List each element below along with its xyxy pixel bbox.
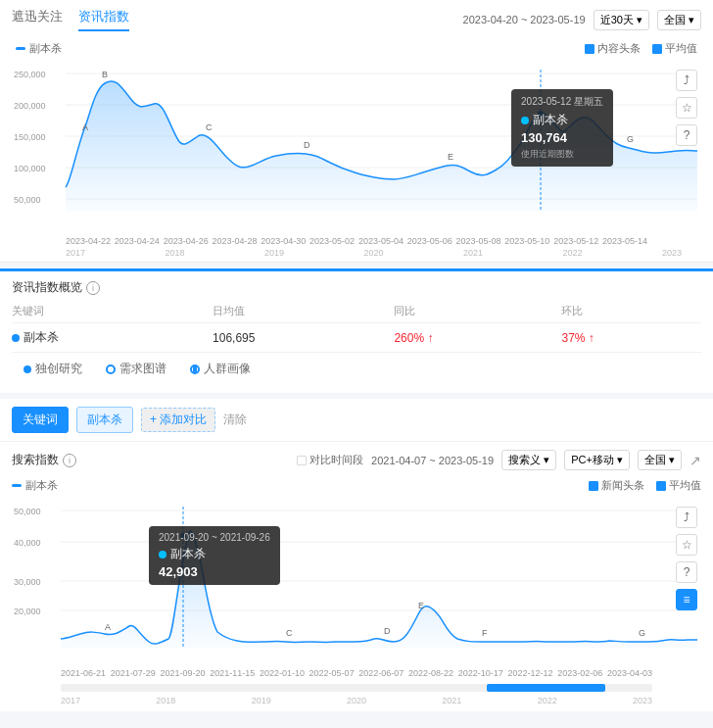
timeline-bar[interactable]: [61, 684, 652, 692]
sub-tabs: 独创研究 需求图谱 人群画像: [12, 352, 701, 385]
legend-dot: [16, 47, 25, 50]
info-icon-2[interactable]: ?: [676, 561, 697, 583]
stats-table: 关键词 日均值 同比 环比 副本杀 106,695 260% ↑ 37% ↑: [12, 304, 701, 352]
sub-tab-dot-1: [24, 365, 31, 373]
stat-keyword: 副本杀: [12, 323, 213, 353]
tab-news-index[interactable]: 资讯指数: [78, 8, 129, 31]
stats-title: 资讯指数概览 i: [12, 279, 701, 296]
cb-box-content: [585, 44, 594, 54]
legend-item-1: 副本杀: [16, 41, 62, 56]
content-checkbox[interactable]: 内容头条: [585, 41, 641, 56]
svg-text:D: D: [384, 626, 391, 636]
timeline-highlight: [487, 684, 605, 692]
star-icon-2[interactable]: ☆: [676, 534, 697, 556]
region-button[interactable]: 全国 ▾: [657, 10, 701, 30]
tabs-row: 遮迅关注 资讯指数 2023-04-20 ~ 2023-05-19 近30天 ▾…: [12, 8, 701, 31]
svg-text:50,000: 50,000: [14, 507, 41, 516]
tabs: 遮迅关注 资讯指数: [12, 8, 129, 31]
compare-toggle[interactable]: 对比时间段: [297, 453, 363, 467]
sub-tab-dot-3: [190, 364, 200, 374]
search-chart-section: 搜索指数 i 对比时间段 2021-04-07 ~ 2023-05-19 搜索义…: [0, 442, 713, 711]
keyword-button[interactable]: 关键词: [12, 407, 69, 433]
legend-checkboxes-2: 新闻头条 平均值: [589, 478, 701, 493]
stat-dot: [12, 334, 20, 342]
sub-tab-dot-2: [106, 364, 116, 374]
platform-button[interactable]: PC+移动 ▾: [564, 450, 630, 470]
top-section: 遮迅关注 资讯指数 2023-04-20 ~ 2023-05-19 近30天 ▾…: [0, 0, 713, 263]
tab-news-attention[interactable]: 遮迅关注: [12, 8, 63, 31]
svg-text:G: G: [639, 628, 645, 638]
chart1-icons: ⤴ ☆ ?: [676, 70, 697, 146]
svg-text:200,000: 200,000: [14, 101, 46, 111]
fuziben-button[interactable]: 副本杀: [76, 407, 133, 433]
sub-tab-label-3: 人群画像: [204, 361, 251, 377]
region-button-2[interactable]: 全国 ▾: [638, 450, 682, 470]
chart-area-1: 副本杀 内容头条 平均值 250,000 200,000 150,000 100…: [12, 37, 701, 262]
date-controls: 2023-04-20 ~ 2023-05-19 近30天 ▾ 全国 ▾: [463, 10, 701, 30]
define-button[interactable]: 搜索义 ▾: [501, 450, 556, 470]
add-compare-button[interactable]: + 添加对比: [141, 408, 215, 432]
cb-box-news: [589, 481, 598, 491]
chart-wrapper-1: 250,000 200,000 150,000 100,000 50,000: [12, 60, 701, 234]
col-keyword: 关键词: [12, 304, 213, 323]
stat-yoy: 260% ↑: [394, 323, 561, 353]
legend-checkboxes: 内容头条 平均值: [585, 41, 697, 56]
news-label: 新闻头条: [601, 478, 644, 493]
svg-text:30,000: 30,000: [14, 577, 41, 587]
svg-text:G: G: [627, 134, 634, 144]
share-icon-2[interactable]: ⤴: [676, 507, 697, 528]
col-daily: 日均值: [213, 304, 394, 323]
compare-label: 对比时间段: [309, 453, 363, 467]
sub-tab-label-2: 需求图谱: [119, 361, 166, 377]
average-label: 平均值: [665, 41, 697, 56]
search-title-text: 搜索指数: [12, 452, 59, 468]
share-icon[interactable]: ⤴: [676, 70, 697, 91]
svg-point-27: [180, 533, 186, 539]
date-range-label: 2023-04-20 ~ 2023-05-19: [463, 14, 586, 25]
legend-dot-2: [12, 484, 22, 487]
search-info-icon[interactable]: i: [63, 454, 76, 467]
period-button[interactable]: 近30天 ▾: [594, 10, 649, 30]
export-icon[interactable]: ↗: [689, 453, 701, 468]
stat-daily: 106,695: [213, 323, 394, 353]
sub-tab-label-1: 独创研究: [35, 361, 82, 377]
search-title: 搜索指数 i: [12, 452, 76, 468]
chart2-icons: ⤴ ☆ ? ≡: [676, 507, 697, 610]
svg-text:250,000: 250,000: [14, 70, 46, 79]
timeline-bar-container: [12, 680, 701, 696]
compare-cb: [297, 456, 307, 465]
svg-text:F: F: [482, 628, 488, 638]
stats-info-icon[interactable]: i: [86, 281, 100, 295]
chart-svg-2: 50,000 40,000 30,000 20,000: [12, 497, 707, 663]
svg-text:E: E: [418, 601, 424, 610]
news-checkbox[interactable]: 新闻头条: [589, 478, 644, 493]
average-checkbox[interactable]: 平均值: [652, 41, 697, 56]
search-chart-header: 搜索指数 i 对比时间段 2021-04-07 ~ 2023-05-19 搜索义…: [12, 450, 701, 470]
svg-text:50,000: 50,000: [14, 195, 41, 205]
legend-item-2: 副本杀: [12, 478, 58, 493]
info-icon[interactable]: ?: [676, 124, 697, 146]
star-icon[interactable]: ☆: [676, 97, 697, 119]
keyword-bar: 关键词 副本杀 + 添加对比 清除: [0, 399, 713, 442]
svg-text:C: C: [286, 628, 293, 638]
svg-text:B: B: [102, 70, 108, 79]
legend-label: 副本杀: [29, 41, 62, 56]
svg-text:100,000: 100,000: [14, 164, 46, 173]
clear-button[interactable]: 清除: [223, 412, 247, 428]
year-axis-bottom: 2017 2018 2019 2020 2021 2022 2023: [12, 696, 701, 711]
svg-text:A: A: [105, 622, 111, 632]
stats-section: 资讯指数概览 i 关键词 日均值 同比 环比 副本杀 106,695 260% …: [0, 268, 713, 393]
filter-icon[interactable]: ≡: [676, 589, 697, 610]
cb-box-avg-2: [656, 481, 666, 491]
svg-text:A: A: [82, 122, 88, 132]
stats-title-text: 资讯指数概览: [12, 279, 82, 296]
svg-text:E: E: [448, 152, 453, 162]
content-label: 内容头条: [597, 41, 641, 56]
table-row: 副本杀 106,695 260% ↑ 37% ↑: [12, 323, 701, 353]
svg-text:20,000: 20,000: [14, 607, 41, 616]
sub-tab-portrait[interactable]: 人群画像: [190, 361, 251, 377]
chart2-legend: 副本杀 新闻头条 平均值: [12, 474, 701, 497]
avg-checkbox-2[interactable]: 平均值: [656, 478, 701, 493]
sub-tab-research[interactable]: 独创研究: [24, 361, 82, 377]
sub-tab-demand[interactable]: 需求图谱: [106, 361, 166, 377]
